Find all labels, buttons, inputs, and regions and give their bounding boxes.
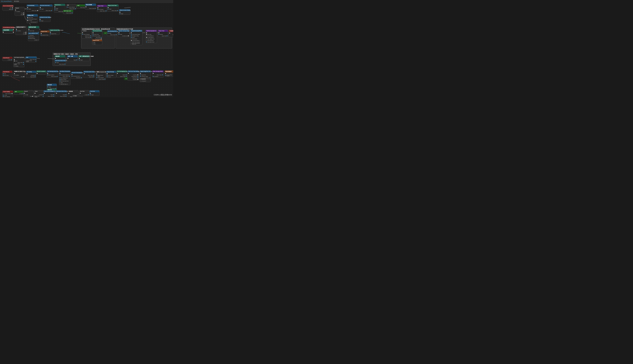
node-header: Execute GameplayCue on Actor [71, 72, 82, 74]
node-header: End Path [79, 90, 89, 92]
node-impact-pt[interactable]: Impact Point Min Max [92, 39, 102, 45]
node-header: 专为阶段的影响下 [169, 30, 173, 32]
node-foreach-1[interactable]: ForEach Panel Collection Impact Point Nu… [82, 30, 92, 38]
node-ground-pts[interactable]: Get Ground Points Impact Point Second Lo… [92, 30, 102, 40]
node-header: GET [26, 56, 37, 58]
node-get-lt[interactable]: Get Lt Return from Hit Result Blocking H… [28, 32, 39, 41]
node-header: Bound Locations [36, 70, 46, 72]
node-header: 新魔法圈 [55, 55, 65, 58]
node-apply-ge[interactable]: ApplyGameplayEffect Tank Entered Name Mo… [130, 30, 142, 45]
watermark: CSDN @暮志未晚NAN [154, 94, 172, 96]
node-damage-actor[interactable]: 检测两大至力量大小分别 Condition False [14, 70, 25, 78]
node-ally-level[interactable]: GET Ally Level Return Value [63, 10, 73, 14]
node-make-dmg-effect[interactable]: Make Damage Effect Return Value Complete… [152, 70, 164, 78]
node-get-actor-info-1[interactable]: Get Actor Info from… Target Return Value [39, 4, 53, 12]
node-header: Async Task [97, 5, 107, 7]
node-actor-info-3b[interactable]: Get Actor Actor from Actor Info Target R… [55, 60, 66, 65]
node-get-row5[interactable]: GET Is Valid [14, 90, 24, 95]
node-num-damage[interactable]: 附加伤害效果 Damage Effect Passive [165, 70, 173, 77]
node-overlapping[interactable]: Get Overlapping Actors Radius Spawn Orig… [116, 70, 127, 78]
node-header: CommitAbility [27, 4, 39, 6]
node-get-actor-info-3[interactable]: GET Return Value ● Spawn Timer Handle [25, 56, 37, 62]
node-header: Clear and Invalidate Timer by… [44, 90, 55, 92]
node-commit[interactable]: CommitAbility Target Return Value [27, 4, 39, 12]
node-branch-5[interactable]: Branch Is Valid True [24, 90, 34, 97]
node-header: Event ActivateAbility [3, 5, 13, 7]
node-header: Get Actor Info from… [40, 4, 53, 6]
node-end-path[interactable]: Get Actor Actor from Actor Info Target R… [56, 90, 67, 97]
node-header: Get Actor Actor from Actor Info [83, 71, 95, 73]
node-header: 当前一步骤 触发起始另一次触发 [79, 55, 89, 58]
node-header: 检测两大至力量大小分别 [14, 70, 25, 72]
blueprint-canvas[interactable]: GA_ArcaneShards › 事件图表 [0, 0, 173, 97]
node-header: Impact Point [92, 40, 102, 41]
node-sys-trace[interactable]: System Tracing Target Target On Blend Ou… [118, 30, 129, 37]
node-header: GET Ally Level [63, 10, 73, 12]
node-activate-shards[interactable]: Activate Arcane Shards Target [39, 16, 51, 22]
node-header: Timer [34, 90, 44, 92]
node-header: GET [14, 91, 24, 92]
node-header: Cast Line Trace Multiple Result [128, 70, 139, 72]
node-header: Magic Circle Task [107, 4, 118, 6]
node-header: 选择双条件检测 [28, 26, 39, 28]
node-header: Make Damage Effect [152, 70, 163, 72]
node-header: SpawnActor… [54, 4, 65, 6]
node-effect-final[interactable]: 负责效果最终 [2, 29, 13, 33]
node-branch-1[interactable]: Branch Condition True False [15, 7, 25, 16]
node-game-shards[interactable]: GameShards ● Index [2, 57, 13, 61]
node-foreach-4[interactable]: 检测GameplayCue伤害 World Context Object Act… [96, 71, 106, 80]
node-header: Get Lt Return from [28, 32, 39, 34]
node-abstract-1[interactable]: 初始化双数量 Return Value [85, 4, 96, 10]
node-return-shards[interactable]: Return Arcane Shards Target [119, 9, 130, 15]
node-execute-cue[interactable]: Execute GameplayCue on Actor Connection … [71, 72, 82, 79]
node-event-activate[interactable]: Event ActivateAbility 执行 绑定值 [2, 5, 14, 10]
node-apply-dmg[interactable]: Apply Damage Actor to Apply Array to [106, 71, 116, 78]
node-impact[interactable]: Impact Point Impacted Points [40, 30, 50, 36]
node-game-shards-2[interactable]: GameShards Rate Num Points [2, 71, 13, 76]
node-get-binding[interactable]: Get Owning Actor from Actor Info Bind Lo… [47, 70, 58, 78]
node-clear-timer[interactable]: Clear and Invalidate Timer by… Target Re… [43, 90, 55, 97]
node-header: Get Ground Points [92, 30, 102, 32]
node-effect-params[interactable]: Get Effect Parameters Normalized Magnitu… [59, 70, 70, 85]
node-check-2[interactable]: 检测双条件检测下方 Condition True False [16, 26, 27, 35]
node-header: Is Radiated [140, 78, 151, 80]
top-bar: GA_ArcaneShards › 事件图表 [0, 0, 173, 3]
node-header: Apply Damage [106, 71, 116, 73]
node-cast-trace[interactable]: Cast Line Trace Multiple Result Loop Bod… [127, 70, 139, 80]
node-wait-input[interactable]: 等待输入事件 Async Task Test Already Pressed O… [27, 14, 38, 23]
node-melee-get[interactable]: Get Actor Actor from Actor Info Return V… [83, 71, 95, 78]
node-header: Get Actor Actor from Actor Info [56, 90, 67, 92]
node-final-end[interactable]: Final End Target [89, 90, 100, 96]
node-header: Branch [15, 7, 25, 9]
node-apply-effect-1[interactable]: Get Owning Actor from Actor Info Target … [107, 30, 117, 36]
node-bound-loc[interactable]: Bound Locations [36, 70, 46, 74]
node-end-path-2[interactable]: End Path Is Valid [79, 90, 89, 96]
node-async-1[interactable]: Async Task Do Finished Async Task ● [97, 5, 107, 12]
node-spawn-shard-actor[interactable]: Spawn Arcane Shard Actor Impact Point [50, 29, 60, 35]
node-header: MIN [66, 4, 76, 6]
app-title: GA_ArcaneShards [1, 1, 12, 2]
node-async-2[interactable]: Async Task Payload Async Task [158, 30, 168, 37]
node-header: GameShards [3, 57, 12, 59]
node-header: Get Owning Actor from Actor Info [47, 70, 58, 72]
node-header: 负责效果最终 [3, 29, 13, 31]
node-header: Spawn Arcane Shard Actor [50, 29, 60, 31]
node-cancel-ability[interactable]: Cancel Ability Max Cancelled Is Valid Po… [2, 90, 13, 97]
node-header: GameShards [3, 71, 12, 73]
node-header: 等待输入事件 [27, 14, 38, 16]
node-get-ability[interactable]: Get Ability Hit Ability Target [off] [26, 71, 36, 78]
node-timer-row5[interactable]: Timer ● Handle Spawn Time Handle [34, 90, 44, 97]
node-header: Get Effect Parameters [59, 70, 70, 72]
node-header: 选择一步骤 [67, 55, 78, 58]
node-header: Get Actor Actor from Actor Info [55, 60, 66, 62]
node-timers-event[interactable]: Get Timers by Event Event Return Value ●… [13, 56, 25, 67]
node-trigger-step[interactable]: 当前一步骤 触发起始另一次触发 Target [78, 55, 90, 61]
node-is-radial[interactable]: Is Radiated is Radiated? [139, 78, 151, 82]
node-header: Get Timers by Event [14, 56, 24, 58]
node-wait-ge[interactable]: WaitGameplayEvent Event Tag On Completed… [146, 30, 157, 43]
node-special-event[interactable]: 专为阶段的影响下 Quest Boards Target [off] [169, 30, 173, 37]
node-step-select[interactable]: 选择一步骤 Target [67, 55, 78, 61]
node-header: Activate Arcane Shards [39, 16, 50, 18]
node-magic-circle[interactable]: Magic Circle Task Target Return Value [107, 4, 119, 12]
node-min[interactable]: MIN Two Num Boards Return Value [66, 4, 76, 10]
